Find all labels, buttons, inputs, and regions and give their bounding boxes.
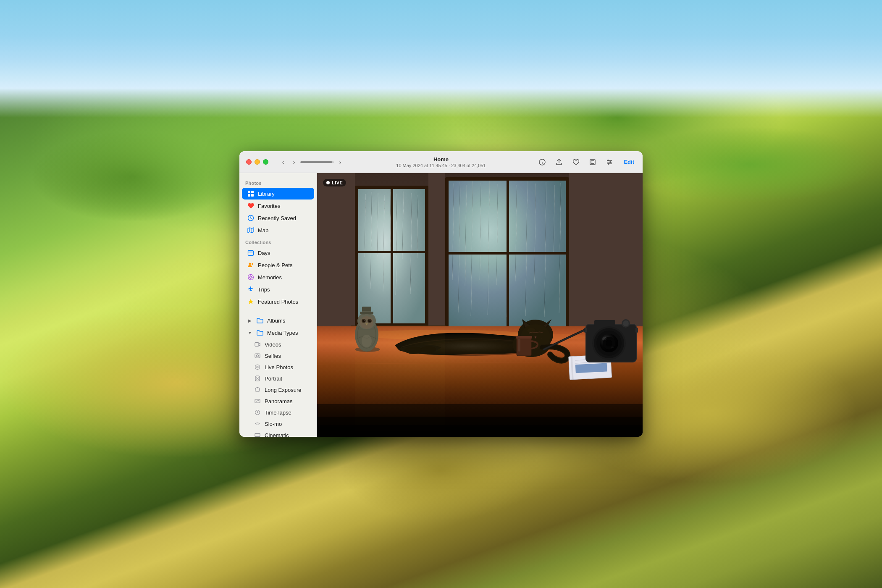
selfies-label: Selfies: [265, 353, 309, 359]
videos-label: Videos: [265, 341, 309, 348]
edit-button[interactable]: Edit: [620, 157, 638, 167]
sidebar-item-featured[interactable]: Featured Photos: [242, 296, 314, 307]
sidebar-item-time-lapse[interactable]: Time-lapse: [242, 407, 314, 418]
svg-point-78: [360, 316, 373, 329]
share-icon: [556, 159, 562, 165]
svg-point-82: [368, 320, 371, 322]
media-folder-icon: [256, 329, 264, 336]
live-text: LIVE: [332, 180, 343, 185]
sidebar-item-selfies[interactable]: Selfies: [242, 350, 314, 361]
featured-label: Featured Photos: [258, 299, 309, 305]
adjust-icon: [606, 159, 613, 165]
svg-point-119: [611, 346, 614, 348]
svg-point-31: [257, 355, 259, 357]
svg-point-83: [364, 320, 365, 321]
selfie-icon: [254, 352, 261, 360]
desktop: ‹ › › Home 10 May 2024 at 11:45:45 · 23,…: [0, 0, 882, 588]
heart-sidebar-icon: [247, 202, 255, 210]
live-dot: [326, 181, 330, 184]
sidebar-item-library[interactable]: Library: [242, 188, 314, 200]
panorama-icon: [254, 397, 261, 405]
favorites-label: Favorites: [258, 203, 309, 209]
long-exposure-label: Long Exposure: [265, 387, 309, 393]
svg-rect-11: [251, 191, 254, 193]
back-button[interactable]: ‹: [278, 158, 288, 167]
share-button[interactable]: [553, 156, 565, 168]
sidebar-item-media-types[interactable]: ▼ Media Types: [242, 327, 314, 339]
info-button[interactable]: i: [536, 156, 548, 168]
svg-point-81: [362, 320, 365, 322]
svg-rect-62: [445, 252, 569, 255]
map-label: Map: [258, 227, 309, 234]
forward-end-button[interactable]: ›: [336, 158, 345, 167]
chevron-right-icon: ›: [293, 159, 295, 165]
titlebar: ‹ › › Home 10 May 2024 at 11:45:45 · 23,…: [239, 151, 643, 173]
sidebar-item-albums[interactable]: ▶ Albums: [242, 315, 314, 326]
media-types-disclosure-icon: ▼: [247, 330, 253, 336]
sidebar-item-slo-mo[interactable]: Slo-mo: [242, 418, 314, 429]
sidebar-item-recently-saved[interactable]: Recently Saved: [242, 212, 314, 224]
map-icon: [247, 226, 255, 234]
trips-label: Trips: [258, 286, 309, 293]
svg-point-95: [541, 338, 542, 339]
days-label: Days: [258, 250, 309, 256]
svg-rect-109: [594, 320, 615, 326]
crop-icon: [589, 159, 596, 165]
sidebar-item-cinematic[interactable]: Cinematic: [242, 430, 314, 437]
chevron-right-end-icon: ›: [339, 159, 341, 165]
adjust-button[interactable]: [604, 156, 615, 168]
sidebar-item-days[interactable]: Days: [242, 247, 314, 259]
close-button[interactable]: [246, 159, 252, 165]
sidebar-item-favorites[interactable]: Favorites: [242, 200, 314, 212]
live-badge: LIVE: [323, 179, 346, 186]
traffic-lights: [246, 159, 268, 165]
cinematic-label: Cinematic: [265, 432, 309, 437]
svg-point-111: [623, 320, 629, 326]
media-types-label: Media Types: [267, 330, 309, 336]
sidebar-item-panoramas[interactable]: Panoramas: [242, 396, 314, 407]
info-icon: i: [539, 159, 546, 165]
svg-rect-30: [255, 354, 260, 358]
svg-point-24: [250, 276, 252, 278]
sidebar-item-trips[interactable]: Trips: [242, 284, 314, 295]
sidebar-item-people-pets[interactable]: People & Pets: [242, 259, 314, 271]
svg-rect-13: [251, 194, 254, 197]
sidebar-item-portrait[interactable]: Portrait: [242, 373, 314, 384]
sidebar-item-long-exposure[interactable]: Long Exposure: [242, 384, 314, 395]
svg-point-21: [249, 263, 251, 265]
titlebar-actions: i: [536, 156, 638, 168]
svg-point-33: [257, 366, 258, 368]
sidebar-item-videos[interactable]: Videos: [242, 339, 314, 350]
time-lapse-label: Time-lapse: [265, 410, 309, 416]
minimize-button[interactable]: [255, 159, 260, 165]
svg-point-117: [606, 340, 612, 346]
svg-rect-51: [317, 173, 355, 333]
svg-rect-102: [575, 363, 607, 373]
forward-button[interactable]: ›: [289, 158, 299, 167]
progress-bar: [300, 161, 334, 163]
sidebar-item-live-photos[interactable]: Live Photos: [242, 362, 314, 373]
memories-label: Memories: [258, 274, 309, 281]
svg-rect-3: [591, 160, 594, 163]
progress-fill: [300, 161, 332, 163]
albums-disclosure-icon: ▶: [247, 318, 253, 323]
photos-header: Photos: [239, 177, 317, 187]
grid-icon: [247, 190, 255, 197]
exposure-icon: [254, 386, 261, 394]
svg-rect-105: [516, 336, 532, 339]
maximize-button[interactable]: [263, 159, 268, 165]
portrait-icon: [254, 375, 261, 382]
video-icon: [254, 341, 261, 348]
sidebar-item-memories[interactable]: Memories: [242, 271, 314, 283]
svg-point-32: [255, 365, 260, 370]
airplane-icon: [247, 286, 255, 293]
favorite-button[interactable]: [570, 156, 582, 168]
crop-button[interactable]: [587, 156, 598, 168]
live-photo-icon: [254, 363, 261, 371]
svg-point-9: [608, 163, 609, 165]
svg-rect-106: [518, 339, 520, 352]
chevron-left-icon: ‹: [282, 159, 284, 165]
slo-mo-label: Slo-mo: [265, 421, 309, 427]
svg-point-35: [257, 377, 258, 379]
sidebar-item-map[interactable]: Map: [242, 224, 314, 236]
